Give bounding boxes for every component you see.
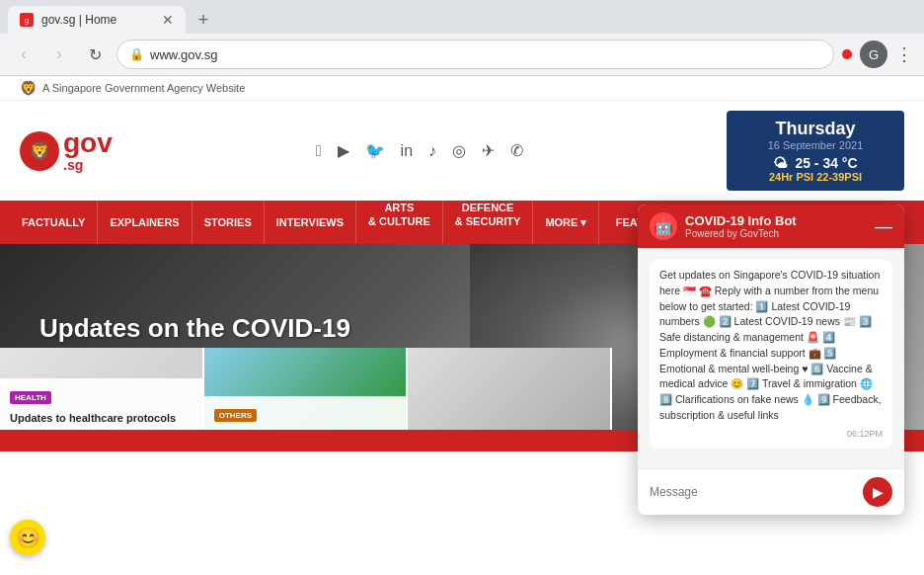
tab-close-button[interactable]: ✕ xyxy=(162,12,174,28)
chatbot-title-area: COVID-19 Info Bot Powered by GovTech xyxy=(685,213,797,239)
telegram-icon[interactable]: ✈ xyxy=(482,141,495,160)
profile-button[interactable]: G xyxy=(860,41,887,68)
weather-date: 16 September 2021 xyxy=(740,139,890,151)
lion-logo: 🦁 xyxy=(20,131,59,171)
temp-range: 25 - 34 °C xyxy=(795,155,857,171)
new-tab-button[interactable]: + xyxy=(190,6,217,34)
chatbot-send-button[interactable]: ▶ xyxy=(863,477,892,507)
logo-sg: .sg xyxy=(63,157,113,173)
browser-menu-button[interactable]: ⋮ xyxy=(895,43,914,65)
card-1-badge: HEALTH xyxy=(10,391,51,404)
website-content: 🦁 A Singapore Government Agency Website … xyxy=(0,76,924,452)
browser-chrome: g gov.sg | Home ✕ + ‹ › ↻ 🔒 www.gov.sg G… xyxy=(0,0,924,76)
chat-timestamp: 06:12PM xyxy=(659,428,883,442)
chatbot-input-area: ▶ xyxy=(638,468,904,515)
address-bar[interactable]: 🔒 www.gov.sg xyxy=(116,40,834,69)
psi-value: 22-39PSI xyxy=(816,171,862,183)
gov-info-bar: 🦁 A Singapore Government Agency Website xyxy=(0,76,924,101)
logo-area[interactable]: 🦁 gov .sg xyxy=(20,129,113,173)
psi-label: 24Hr PSI xyxy=(769,171,813,183)
tiktok-icon[interactable]: ♪ xyxy=(428,142,436,160)
tab-bar: g gov.sg | Home ✕ + xyxy=(0,0,924,34)
site-header: 🦁 gov .sg  ▶ 🐦 in ♪ ◎ ✈ ✆ Thursday 16 S… xyxy=(0,101,924,201)
chatbot-panel: 🤖 COVID-19 Info Bot Powered by GovTech —… xyxy=(638,205,904,515)
sg-lion-icon: 🦁 xyxy=(20,80,37,96)
nav-interviews[interactable]: INTERVIEWS xyxy=(265,201,356,244)
favicon: g xyxy=(20,13,34,27)
gov-info-text: A Singapore Government Agency Website xyxy=(42,82,245,94)
tab-title: gov.sg | Home xyxy=(41,13,116,27)
chat-message-1: Get updates on Singapore's COVID-19 situ… xyxy=(650,260,892,449)
weather-psi: 24Hr PSI 22-39PSI xyxy=(740,171,890,183)
facebook-icon[interactable]:  xyxy=(316,142,322,160)
chatbot-subtitle: Powered by GovTech xyxy=(685,228,797,239)
whatsapp-icon[interactable]: ✆ xyxy=(510,141,523,160)
chatbot-input[interactable] xyxy=(650,485,863,499)
logo-gov: gov xyxy=(63,129,113,157)
logo-text-area: gov .sg xyxy=(63,129,113,173)
forward-button[interactable]: › xyxy=(45,41,73,68)
active-tab[interactable]: g gov.sg | Home ✕ xyxy=(8,6,186,34)
reload-button[interactable]: ↻ xyxy=(81,41,109,68)
weather-temp: 🌤 25 - 34 °C xyxy=(740,155,890,171)
chatbot-robot-icon: 🤖 xyxy=(650,212,677,240)
ssl-lock-icon: 🔒 xyxy=(129,47,144,61)
youtube-icon[interactable]: ▶ xyxy=(338,141,349,160)
url-text: www.gov.sg xyxy=(150,47,217,62)
instagram-icon[interactable]: ◎ xyxy=(452,141,466,160)
weather-widget: Thursday 16 September 2021 🌤 25 - 34 °C … xyxy=(727,111,904,191)
back-button[interactable]: ‹ xyxy=(10,41,38,68)
feedback-smiley-button[interactable]: 😊 xyxy=(10,520,45,555)
nav-explainers[interactable]: EXPLAINERS xyxy=(98,201,192,244)
card-2-badge: OTHERS xyxy=(214,409,257,422)
nav-stories[interactable]: STORIES xyxy=(192,201,265,244)
browser-toolbar: ‹ › ↻ 🔒 www.gov.sg G ⋮ xyxy=(0,34,924,75)
nav-items-left: FACTUALLY EXPLAINERS STORIES INTERVIEWS … xyxy=(10,201,599,244)
weather-day: Thursday xyxy=(740,119,890,139)
nav-more[interactable]: MORE ▾ xyxy=(533,201,599,244)
social-icons-bar:  ▶ 🐦 in ♪ ◎ ✈ ✆ xyxy=(316,141,523,160)
chatbot-minimize-button[interactable]: — xyxy=(875,217,892,235)
nav-factually[interactable]: FACTUALLY xyxy=(10,201,98,244)
nav-arts-culture[interactable]: ARTS& CULTURE xyxy=(356,201,443,244)
extension-icon xyxy=(842,49,852,59)
chatbot-messages: Get updates on Singapore's COVID-19 situ… xyxy=(638,248,904,468)
chat-message-text: Get updates on Singapore's COVID-19 situ… xyxy=(659,269,882,421)
weather-icon: 🌤 xyxy=(773,155,787,171)
chatbot-header: 🤖 COVID-19 Info Bot Powered by GovTech — xyxy=(638,205,904,248)
twitter-icon[interactable]: 🐦 xyxy=(365,141,385,160)
nav-defence-security[interactable]: DEFENCE& SECURITY xyxy=(443,201,534,244)
linkedin-icon[interactable]: in xyxy=(401,142,413,160)
chatbot-title: COVID-19 Info Bot xyxy=(685,213,797,228)
